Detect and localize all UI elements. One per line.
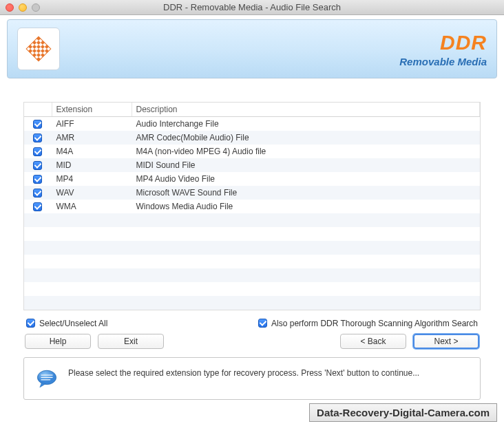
button-row: Help Exit < Back Next > xyxy=(25,334,479,349)
table-row[interactable]: M4AM4A (non-video MPEG 4) Audio file xyxy=(24,145,480,158)
table-row-empty xyxy=(24,213,480,227)
row-extension: WMA xyxy=(52,200,132,213)
row-extension: AMR xyxy=(52,131,132,145)
thorough-scan-checkbox[interactable] xyxy=(258,319,267,328)
brand-block: DDR Removable Media xyxy=(399,31,487,67)
row-extension: M4A xyxy=(52,145,132,158)
window-controls xyxy=(6,3,40,12)
header-description: Description xyxy=(132,103,480,117)
row-checkbox[interactable] xyxy=(33,147,42,156)
watermark: Data-Recovery-Digital-Camera.com xyxy=(309,403,497,422)
table-row-empty xyxy=(24,255,480,268)
close-icon[interactable] xyxy=(6,3,14,12)
row-extension: MID xyxy=(52,158,132,172)
header-checkbox xyxy=(24,103,52,117)
window-title: DDR - Removable Media - Audio File Searc… xyxy=(0,2,504,12)
row-description: Windows Media Audio File xyxy=(132,200,480,213)
header-banner: DDR Removable Media xyxy=(7,19,497,78)
table-header-row: Extension Description xyxy=(24,103,480,117)
speech-bubble-icon xyxy=(35,368,59,391)
table-row-empty xyxy=(24,296,480,310)
row-checkbox[interactable] xyxy=(33,175,42,184)
row-extension: WAV xyxy=(52,186,132,200)
row-description: MP4 Audio Video File xyxy=(132,172,480,186)
brand-subtitle: Removable Media xyxy=(399,56,487,67)
table-row[interactable]: AIFFAudio Interchange File xyxy=(24,117,480,131)
back-button[interactable]: < Back xyxy=(340,334,406,349)
row-extension: MP4 xyxy=(52,172,132,186)
row-checkbox[interactable] xyxy=(33,189,42,198)
table-row-empty xyxy=(24,268,480,282)
app-logo xyxy=(17,28,60,70)
table-row[interactable]: WMAWindows Media Audio File xyxy=(24,200,480,213)
extension-table: Extension Description AIFFAudio Intercha… xyxy=(23,102,481,310)
row-checkbox[interactable] xyxy=(33,202,42,211)
next-button[interactable]: Next > xyxy=(413,334,479,349)
maximize-icon xyxy=(32,3,40,12)
table-row[interactable]: MIDMIDI Sound File xyxy=(24,158,480,172)
checker-icon xyxy=(24,34,53,63)
row-description: Microsoft WAVE Sound File xyxy=(132,186,480,200)
table-row-empty xyxy=(24,227,480,241)
help-button[interactable]: Help xyxy=(25,334,91,349)
info-text: Please select the required extension typ… xyxy=(68,366,419,380)
table-row[interactable]: AMRAMR Codec(Mobile Audio) File xyxy=(24,131,480,145)
exit-button[interactable]: Exit xyxy=(98,334,164,349)
table-row-empty xyxy=(24,282,480,296)
thorough-scan-option[interactable]: Also perform DDR Thorough Scanning Algor… xyxy=(258,319,478,328)
table-row[interactable]: WAVMicrosoft WAVE Sound File xyxy=(24,186,480,200)
row-checkbox[interactable] xyxy=(33,161,42,170)
info-box: Please select the required extension typ… xyxy=(23,357,481,400)
row-description: Audio Interchange File xyxy=(132,117,480,131)
row-description: AMR Codec(Mobile Audio) File xyxy=(132,131,480,145)
row-extension: AIFF xyxy=(52,117,132,131)
header-extension: Extension xyxy=(52,103,132,117)
minimize-icon[interactable] xyxy=(19,3,27,12)
select-all-label: Select/Unselect All xyxy=(39,319,107,328)
row-description: MIDI Sound File xyxy=(132,158,480,172)
options-row: Select/Unselect All Also perform DDR Tho… xyxy=(26,319,478,328)
row-checkbox[interactable] xyxy=(33,134,42,142)
brand-title: DDR xyxy=(399,31,487,54)
titlebar: DDR - Removable Media - Audio File Searc… xyxy=(0,0,504,15)
select-all-checkbox[interactable] xyxy=(26,319,35,328)
table-row-empty xyxy=(24,241,480,255)
table-row[interactable]: MP4MP4 Audio Video File xyxy=(24,172,480,186)
row-checkbox[interactable] xyxy=(33,120,42,129)
row-description: M4A (non-video MPEG 4) Audio file xyxy=(132,145,480,158)
thorough-scan-label: Also perform DDR Thorough Scanning Algor… xyxy=(271,319,478,328)
select-all-option[interactable]: Select/Unselect All xyxy=(26,319,107,328)
